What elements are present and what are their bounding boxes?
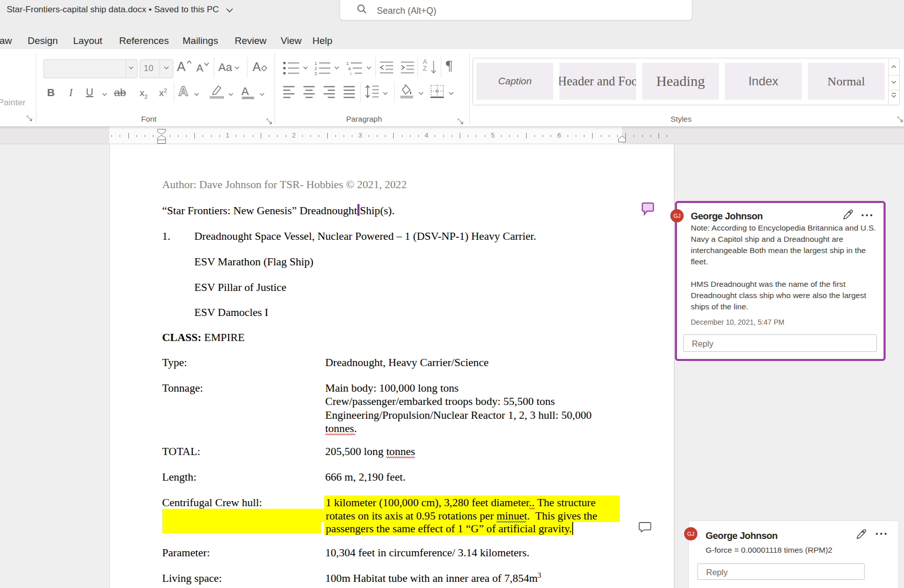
svg-text:i: i bbox=[350, 71, 351, 76]
svg-text:3: 3 bbox=[314, 71, 317, 76]
svg-text:1: 1 bbox=[346, 61, 349, 66]
svg-text:1: 1 bbox=[314, 61, 317, 66]
svg-text:2: 2 bbox=[314, 66, 317, 71]
svg-text:a: a bbox=[348, 66, 351, 71]
